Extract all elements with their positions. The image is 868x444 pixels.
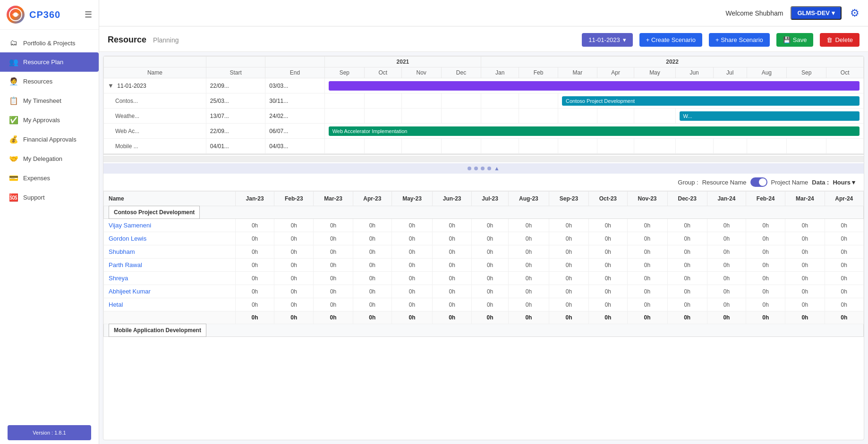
divider-dot xyxy=(468,167,471,170)
group-toggle-switch[interactable] xyxy=(750,177,767,187)
sidebar-item-label: My Delegation xyxy=(23,155,62,162)
sidebar-item-expenses[interactable]: 💳 Expenses xyxy=(0,168,99,188)
resource-member-row: Shubham0h0h0h0h0h0h0h0h0h0h0h0h0h0h0h0h xyxy=(104,245,864,259)
sidebar-item-label: Financial Approvals xyxy=(23,136,77,143)
member-value-cell: 0h xyxy=(627,298,667,311)
total-label xyxy=(104,311,236,324)
gantt-scrollbar[interactable] xyxy=(103,156,864,162)
gantt-bar-weather: W... xyxy=(680,111,859,121)
gantt-row-name: Mobile ... xyxy=(104,139,206,154)
gantt-bar-cell xyxy=(365,139,401,154)
total-value-cell: 0h xyxy=(353,311,391,324)
gantt-bar-cell xyxy=(401,109,441,124)
member-value-cell: 0h xyxy=(667,232,707,245)
sidebar-item-label: Resources xyxy=(23,78,52,85)
col-jan23: Jan-23 xyxy=(235,192,274,206)
gantt-bar-cell xyxy=(365,93,401,109)
member-name-link[interactable]: Gordon Lewis xyxy=(109,235,146,242)
hamburger-icon[interactable]: ☰ xyxy=(85,9,92,20)
member-name-link[interactable]: Parth Rawal xyxy=(109,261,142,268)
expenses-icon: 💳 xyxy=(9,174,18,183)
gantt-bar-web: Web Accelerator Implementation xyxy=(329,126,859,136)
resource-section: Group : Resource Name Project Name Data … xyxy=(103,174,864,440)
resize-divider[interactable]: ▲ xyxy=(103,163,864,174)
member-value-cell: 0h xyxy=(392,219,433,232)
group-toggle-bar: Group : Resource Name Project Name Data … xyxy=(103,174,864,191)
sidebar-item-portfolio[interactable]: 🗂 Portfolio & Projects xyxy=(0,34,99,52)
resources-icon: 🧑‍💼 xyxy=(9,77,18,86)
member-name-link[interactable]: Shreya xyxy=(109,275,128,282)
sidebar-item-approvals[interactable]: ✅ My Approvals xyxy=(0,110,99,130)
sidebar-item-label: My Approvals xyxy=(23,117,60,124)
gantt-table: 2021 2022 Name Start End Sep Oct Nov Dec… xyxy=(103,56,864,154)
chevron-down-icon: ▾ xyxy=(832,9,835,17)
member-value-cell: 0h xyxy=(785,272,825,285)
col-dec23: Dec-23 xyxy=(667,192,707,206)
member-name-cell: Parth Rawal xyxy=(104,259,236,272)
col-jul23: Jul-23 xyxy=(472,192,509,206)
share-scenario-button[interactable]: + Share Scenario xyxy=(709,33,770,47)
total-value-cell: 0h xyxy=(667,311,707,324)
sidebar-item-financial[interactable]: 💰 Financial Approvals xyxy=(0,130,99,149)
sidebar-item-resources[interactable]: 🧑‍💼 Resources xyxy=(0,72,99,91)
member-name-link[interactable]: Vijay Sameneni xyxy=(109,222,151,229)
member-value-cell: 0h xyxy=(274,219,314,232)
member-value-cell: 0h xyxy=(508,245,549,259)
gantt-bar-cell: W... xyxy=(675,109,863,124)
member-value-cell: 0h xyxy=(549,285,588,298)
member-value-cell: 0h xyxy=(667,285,707,298)
gantt-row-start: 13/07... xyxy=(206,109,265,124)
gantt-end-header xyxy=(265,57,324,67)
save-button[interactable]: 💾 Save xyxy=(776,33,814,47)
member-value-cell: 0h xyxy=(235,219,274,232)
member-value-cell: 0h xyxy=(392,285,433,298)
year-2022: 2022 xyxy=(481,57,864,67)
total-value-cell: 0h xyxy=(472,311,509,324)
gantt-bar-contoso: Contoso Project Development xyxy=(562,96,859,106)
sidebar-item-delegation[interactable]: 🤝 My Delegation xyxy=(0,149,99,168)
sidebar-item-label: Expenses xyxy=(23,175,50,182)
project-header-row: Mobile Application Development xyxy=(104,324,864,337)
month-aug: Aug xyxy=(747,67,786,78)
version-badge: Version : 1.8.1 xyxy=(8,425,91,440)
member-value-cell: 0h xyxy=(785,298,825,311)
sidebar-item-resource-plan[interactable]: 👥 Resource Plan xyxy=(0,52,99,72)
date-button[interactable]: 11-01-2023 ▾ xyxy=(582,33,633,47)
gantt-bar-cell xyxy=(787,139,826,154)
delete-button[interactable]: 🗑 Delete xyxy=(820,33,859,47)
member-name-link[interactable]: Abhijeet Kumar xyxy=(109,288,151,295)
member-name-cell: Hetal xyxy=(104,298,236,311)
sidebar-item-support[interactable]: 🆘 Support xyxy=(0,188,99,207)
member-value-cell: 0h xyxy=(549,259,588,272)
divider-dot xyxy=(487,167,491,170)
total-value-cell: 0h xyxy=(235,311,274,324)
gantt-bar-cell xyxy=(747,139,786,154)
chevron-down-icon: ▾ xyxy=(852,179,855,186)
month-dec: Dec xyxy=(441,67,481,78)
member-value-cell: 0h xyxy=(392,245,433,259)
member-name-link[interactable]: Hetal xyxy=(109,301,123,308)
member-value-cell: 0h xyxy=(707,272,746,285)
resource-grid-container[interactable]: Name Jan-23 Feb-23 Mar-23 Apr-23 May-23 … xyxy=(103,191,864,337)
data-label: Data : xyxy=(812,179,829,186)
member-value-cell: 0h xyxy=(589,232,627,245)
gantt-bar-cell xyxy=(481,93,519,109)
resource-grid: Name Jan-23 Feb-23 Mar-23 Apr-23 May-23 … xyxy=(103,191,864,337)
total-value-cell: 0h xyxy=(508,311,549,324)
member-value-cell: 0h xyxy=(549,219,588,232)
total-value-cell: 0h xyxy=(392,311,433,324)
env-badge-button[interactable]: GLMS-DEV ▾ xyxy=(791,6,842,20)
create-scenario-button[interactable]: + Create Scenario xyxy=(639,33,702,47)
settings-icon[interactable]: ⚙ xyxy=(850,7,859,19)
approvals-icon: ✅ xyxy=(9,116,18,125)
sidebar-item-timesheet[interactable]: 📋 My Timesheet xyxy=(0,91,99,110)
col-name: Name xyxy=(104,192,236,206)
member-name-link[interactable]: Shubham xyxy=(109,248,135,255)
gantt-bar-cell xyxy=(634,139,675,154)
col-start: Start xyxy=(206,67,265,78)
month-may: May xyxy=(634,67,675,78)
svg-point-1 xyxy=(14,13,17,17)
hours-dropdown-button[interactable]: Hours ▾ xyxy=(833,179,855,186)
logo-text: CP360 xyxy=(29,9,60,20)
sidebar-item-label: Portfolio & Projects xyxy=(23,40,76,47)
